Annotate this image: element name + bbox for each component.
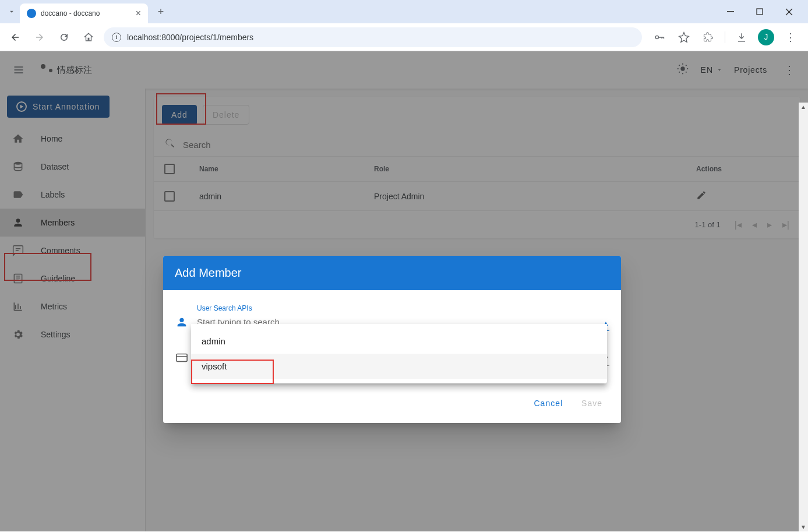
- scroll-down-arrow-icon[interactable]: ▼: [800, 524, 806, 530]
- dialog-title: Add Member: [163, 256, 621, 290]
- url-bar[interactable]: i localhost:8000/projects/1/members: [104, 27, 642, 47]
- app-container: 情感标注 EN Projects ⋮ Start Annotation H: [0, 51, 808, 531]
- maximize-button[interactable]: [751, 3, 768, 20]
- dropdown-option-vipsoft[interactable]: vipsoft: [191, 354, 607, 379]
- svg-rect-6: [177, 354, 187, 362]
- close-window-button[interactable]: [780, 3, 798, 20]
- tab-close-icon[interactable]: ×: [136, 8, 141, 19]
- profile-avatar[interactable]: J: [758, 29, 774, 45]
- user-field-label: User Search APIs: [197, 304, 609, 312]
- downloads-icon[interactable]: [733, 29, 750, 45]
- extensions-icon[interactable]: [700, 29, 717, 45]
- dropdown-option-admin[interactable]: admin: [191, 329, 607, 354]
- favicon: [27, 9, 36, 18]
- browser-menu-icon[interactable]: ⋮: [782, 29, 799, 45]
- browser-tab[interactable]: doccano - doccano ×: [20, 3, 148, 23]
- role-field-icon: [175, 351, 189, 366]
- password-key-icon[interactable]: [651, 29, 668, 45]
- address-bar: i localhost:8000/projects/1/members J ⋮: [0, 23, 808, 51]
- user-field-icon: [175, 316, 189, 331]
- forward-button: [30, 28, 49, 47]
- home-button[interactable]: [79, 28, 98, 47]
- tab-bar: doccano - doccano × +: [0, 0, 808, 23]
- url-text: localhost:8000/projects/1/members: [127, 33, 253, 42]
- svg-point-2: [655, 36, 658, 38]
- toolbar-separator: [725, 31, 725, 43]
- cancel-button[interactable]: Cancel: [527, 394, 570, 413]
- bookmark-star-icon[interactable]: [676, 29, 692, 45]
- save-button: Save: [574, 394, 609, 413]
- reload-button[interactable]: [55, 28, 73, 47]
- vertical-scrollbar[interactable]: ▲ ▼: [799, 103, 808, 531]
- minimize-button[interactable]: [722, 3, 739, 20]
- window-controls: [722, 3, 805, 20]
- site-info-icon[interactable]: i: [112, 33, 121, 42]
- user-dropdown-list: admin vipsoft: [191, 324, 607, 383]
- scroll-up-arrow-icon[interactable]: ▲: [800, 104, 806, 110]
- tab-list-dropdown[interactable]: [3, 3, 20, 20]
- new-tab-button[interactable]: +: [153, 3, 169, 20]
- browser-chrome: doccano - doccano × +: [0, 0, 808, 51]
- svg-rect-1: [757, 9, 763, 15]
- svg-rect-0: [727, 11, 734, 12]
- back-button[interactable]: [6, 28, 24, 47]
- tab-title: doccano - doccano: [41, 9, 131, 17]
